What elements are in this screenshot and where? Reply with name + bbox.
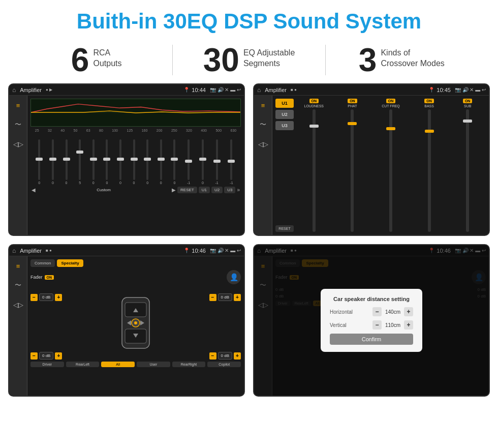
horizontal-minus-btn[interactable]: − (372, 307, 382, 316)
status-bar-2: ⌂ Amplifier ■ ● 📍 10:45 📷 🔊 ✕ ▬ ↩ (254, 84, 489, 96)
tr-minus-btn[interactable]: − (209, 294, 216, 301)
stat-eq: 30 EQ AdjustableSegments (183, 44, 315, 76)
confirm-button[interactable]: Confirm (330, 334, 413, 345)
copilot-btn[interactable]: Copilot (207, 362, 241, 367)
reset-btn[interactable]: RESET (177, 187, 197, 193)
all-btn[interactable]: All (101, 362, 135, 367)
amp2-reset-btn[interactable]: RESET (275, 225, 294, 232)
home-icon-1[interactable]: ⌂ (12, 86, 16, 94)
vertical-minus-btn[interactable]: − (372, 320, 382, 330)
eq-content: 253240506380100125160200250320400500630 … (27, 96, 244, 235)
bl-minus-btn[interactable]: − (30, 352, 38, 360)
fader-label-text: Fader (30, 275, 43, 280)
vertical-plus-btn[interactable]: + (404, 320, 413, 330)
more-arrow[interactable]: » (237, 187, 240, 193)
eq-sliders: 0 0 0 5 0 0 0 0 0 0 0 -1 0 -1 -1 (30, 134, 241, 185)
screen-amp2: ⌂ Amplifier ■ ● 📍 10:45 📷 🔊 ✕ ▬ ↩ ≡ 〜 ◁▷… (253, 83, 490, 236)
u2-btn[interactable]: U2 (211, 187, 223, 193)
speaker-layout: − 0 dB + − 0 dB + (30, 288, 241, 360)
ch-cutfreq: ON CUT FREQ (372, 99, 409, 232)
vertical-label: Vertical (330, 322, 347, 328)
status-bar-3: ⌂ Amplifier ■ ● 📍 10:46 📷 🔊 ✕ ▬ ↩ (9, 245, 244, 256)
sub-slider[interactable] (466, 109, 469, 232)
bass-slider[interactable] (428, 109, 431, 232)
br-minus-btn[interactable]: − (209, 352, 216, 360)
preset-label: Custom (37, 188, 170, 192)
tab-common[interactable]: Common (30, 259, 55, 267)
home-icon-3[interactable]: ⌂ (12, 247, 16, 254)
dialog-title: Car speaker distance setting (330, 296, 413, 302)
fader-tabs: Common Specialty (30, 259, 241, 267)
app-title-1: Amplifier (20, 87, 42, 93)
stat-number-eq: 30 (203, 44, 239, 76)
prev-arrow[interactable]: ◀ (32, 187, 36, 193)
horizontal-controls: − 140cm + (372, 307, 413, 316)
eq-icon-3[interactable]: ≡ (12, 259, 25, 273)
ch-loudness: ON LOUDNESS (296, 99, 332, 232)
cutfreq-slider[interactable] (389, 109, 392, 232)
amp2-content: U1 U2 U3 RESET ON LOUDNESS (272, 96, 489, 235)
phat-label: PHAT (348, 104, 357, 108)
u1-channel-btn[interactable]: U1 (275, 99, 294, 108)
eq-icon[interactable]: ≡ (12, 99, 25, 112)
distance-dialog: Car speaker distance setting Horizontal … (321, 289, 422, 352)
phat-on-badge: ON (348, 99, 357, 103)
wave-icon-3[interactable]: 〜 (12, 279, 25, 292)
time-3: 10:46 (192, 248, 206, 254)
speaker-control-tl: − 0 dB + (30, 293, 62, 301)
stat-text-rca: RCAOutputs (93, 44, 121, 69)
speaker-icon-2[interactable]: ◁▷ (257, 137, 270, 151)
tr-vol-value: 0 dB (218, 293, 232, 301)
profile-icon[interactable]: 👤 (227, 270, 241, 284)
sub-on-badge: ON (463, 99, 473, 103)
rear-right-btn[interactable]: RearRight (172, 362, 206, 367)
controls-icons-1: 📷 🔊 ✕ ▬ ↩ (210, 87, 241, 93)
ch-sub: ON SUB (449, 99, 486, 232)
fader-content: Common Specialty Fader ON 👤 − 0 dB + (27, 256, 244, 396)
bl-plus-btn[interactable]: + (55, 352, 62, 360)
wave-icon[interactable]: 〜 (12, 118, 25, 131)
location-icon-1: 📍 (183, 87, 190, 93)
speaker-icon-3[interactable]: ◁▷ (12, 298, 25, 311)
speaker-control-bl: − 0 dB + (30, 352, 62, 360)
fader-header: Fader ON 👤 (30, 270, 241, 284)
eq-bottom-bar: ◀ Custom ▶ RESET U1 U2 U3 » (30, 187, 241, 193)
cutfreq-on-badge: ON (386, 99, 396, 103)
wave-icon-2[interactable]: 〜 (257, 118, 270, 131)
phat-slider[interactable] (351, 109, 354, 232)
ch-phat: ON PHAT (334, 99, 371, 232)
stat-rca: 6 RCAOutputs (30, 44, 162, 76)
u2-channel-btn[interactable]: U2 (275, 110, 294, 119)
home-icon-2[interactable]: ⌂ (257, 86, 261, 94)
tl-plus-btn[interactable]: + (55, 294, 62, 301)
app-title-2: Amplifier (265, 87, 287, 93)
tr-plus-btn[interactable]: + (234, 294, 241, 301)
tl-minus-btn[interactable]: − (30, 294, 38, 301)
bass-label: BASS (424, 104, 434, 108)
u1-btn[interactable]: U1 (199, 187, 210, 193)
u3-btn[interactable]: U3 (224, 187, 235, 193)
location-icon-3: 📍 (183, 248, 190, 253)
left-sidebar-2: ≡ 〜 ◁▷ (254, 96, 272, 235)
rear-left-btn[interactable]: RearLeft (66, 362, 100, 367)
divider-1 (172, 45, 173, 75)
eq-icon-2[interactable]: ≡ (257, 99, 270, 112)
screens-grid: ⌂ Amplifier ● ▶ 📍 10:44 📷 🔊 ✕ ▬ ↩ ≡ 〜 ◁▷ (0, 83, 498, 405)
amp2-u-buttons: U1 U2 U3 RESET (275, 99, 294, 232)
horizontal-plus-btn[interactable]: + (404, 307, 413, 316)
next-arrow[interactable]: ▶ (172, 187, 176, 193)
tab-specialty[interactable]: Specialty (57, 259, 83, 267)
stat-number-rca: 6 (71, 44, 89, 76)
sub-label: SUB (464, 104, 471, 108)
u3-channel-btn[interactable]: U3 (275, 121, 294, 130)
driver-btn[interactable]: Driver (30, 362, 64, 367)
app-title-3: Amplifier (20, 248, 42, 254)
fader-on-badge: ON (45, 275, 54, 280)
user-btn[interactable]: User (137, 362, 170, 367)
br-plus-btn[interactable]: + (234, 352, 241, 360)
stat-text-crossover: Kinds ofCrossover Modes (381, 44, 444, 69)
loudness-on-badge: ON (309, 99, 319, 103)
speaker-icon[interactable]: ◁▷ (12, 137, 25, 151)
stat-text-eq: EQ AdjustableSegments (243, 44, 295, 69)
loudness-slider[interactable] (313, 109, 316, 232)
